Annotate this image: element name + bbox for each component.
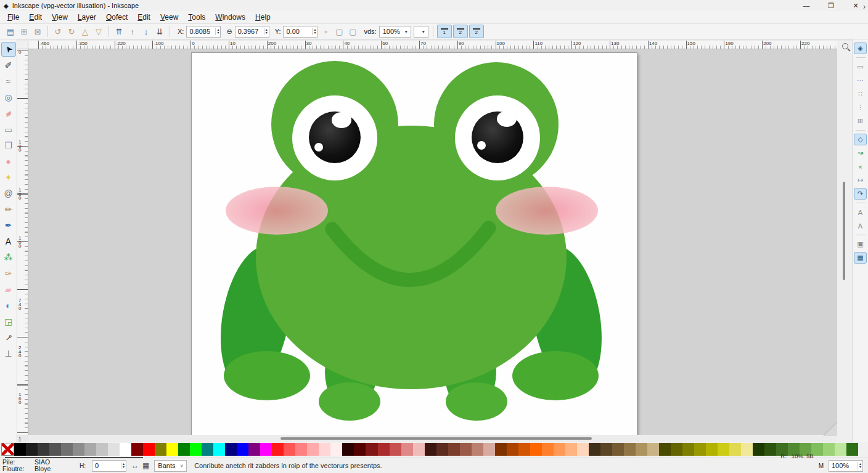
- menu-edit[interactable]: Edit: [24, 12, 47, 22]
- fill-stroke-indicator[interactable]: Pile: SIAO Fioutre: Bloye: [2, 459, 72, 472]
- connector-tool[interactable]: ⊥: [1, 346, 16, 361]
- rotate-ccw-button[interactable]: ↺: [51, 25, 65, 38]
- palette-swatch[interactable]: [612, 443, 624, 456]
- palette-swatch[interactable]: [647, 443, 659, 456]
- palette-swatch[interactable]: [483, 443, 495, 456]
- snap-page-border-button[interactable]: ▣: [854, 238, 867, 250]
- tweak-tool[interactable]: ≈: [1, 74, 16, 89]
- raise-button[interactable]: ↑: [126, 25, 139, 38]
- palette-swatch[interactable]: [284, 443, 295, 456]
- palette-swatch[interactable]: [178, 443, 190, 456]
- palette-swatch[interactable]: [295, 443, 307, 456]
- palette-swatch[interactable]: [589, 443, 600, 456]
- snap-bbox-corners-button[interactable]: ∷: [854, 88, 867, 100]
- palette-swatch[interactable]: [542, 443, 554, 456]
- palette-swatch[interactable]: [108, 443, 120, 456]
- snap-cusp-nodes-button[interactable]: ↦: [854, 174, 867, 186]
- palette-swatch[interactable]: [307, 443, 319, 456]
- menu-file[interactable]: File: [2, 12, 24, 22]
- dropper-tool[interactable]: ⊸: [1, 330, 16, 345]
- y-coordinate-spinbox[interactable]: 0.00▴▾: [283, 26, 317, 38]
- palette-swatch[interactable]: [342, 443, 354, 456]
- menu-layer[interactable]: Layer: [73, 12, 101, 22]
- snap-bbox-edges-button[interactable]: ⋯: [854, 75, 867, 86]
- menu-veew[interactable]: Veew: [155, 12, 183, 22]
- eraser-tool[interactable]: ▰: [1, 282, 16, 297]
- spiral-tool[interactable]: @: [1, 186, 16, 201]
- palette-swatch[interactable]: [671, 443, 682, 456]
- palette-swatch[interactable]: [554, 443, 565, 456]
- palette-swatch[interactable]: [706, 443, 718, 456]
- width-spinbox[interactable]: 0.3967▴▾: [235, 26, 269, 38]
- palette-swatch[interactable]: [1, 443, 14, 456]
- scale-stroke-toggle[interactable]: 1: [437, 25, 452, 38]
- palette-swatch[interactable]: [155, 443, 166, 456]
- spin-arrows-icon[interactable]: ▴▾: [215, 28, 220, 35]
- snap-nodes-button[interactable]: ◇: [854, 134, 867, 145]
- frog-foot-center-right-shape[interactable]: [446, 382, 507, 421]
- palette-swatch[interactable]: [272, 443, 284, 456]
- menu-view[interactable]: View: [47, 12, 73, 22]
- snap-bbox-button[interactable]: ▭: [854, 61, 867, 73]
- spin-arrows-icon[interactable]: ▴▾: [264, 28, 269, 35]
- canvas-page[interactable]: [191, 52, 637, 435]
- palette-swatch[interactable]: [213, 443, 225, 456]
- lock-ratio-button[interactable]: ▫: [319, 25, 332, 38]
- ellipse-tool[interactable]: ●: [1, 154, 16, 169]
- star-tool[interactable]: ✦: [1, 170, 16, 185]
- palette-swatch[interactable]: [565, 443, 577, 456]
- palette-swatch[interactable]: [366, 443, 377, 456]
- snap-grid-button[interactable]: ▦: [854, 252, 867, 264]
- palette-swatch[interactable]: [729, 443, 741, 456]
- layer-dropdown[interactable]: Bants ˅: [154, 460, 187, 472]
- rotate-cw-button[interactable]: ↻: [65, 25, 78, 38]
- palette-swatch[interactable]: [61, 443, 73, 456]
- scale-corners-toggle[interactable]: 2: [453, 25, 468, 38]
- palette-swatch[interactable]: [448, 443, 460, 456]
- frog-foot-center-left-shape[interactable]: [319, 382, 380, 421]
- x-coordinate-spinbox[interactable]: 0.8085▴▾: [186, 26, 221, 38]
- frog-foot-left-shape[interactable]: [224, 351, 310, 400]
- palette-swatch[interactable]: [73, 443, 84, 456]
- palette-swatch[interactable]: [682, 443, 694, 456]
- palette-swatch[interactable]: [49, 443, 61, 456]
- frog-foot-right-shape[interactable]: [512, 351, 599, 400]
- palette-swatch[interactable]: [354, 443, 366, 456]
- palette-swatch[interactable]: [143, 443, 155, 456]
- palette-swatch[interactable]: [741, 443, 753, 456]
- vertical-scrollbar-thumb[interactable]: [843, 182, 845, 280]
- palette-swatch[interactable]: [190, 443, 202, 456]
- palette-swatch[interactable]: [846, 443, 858, 456]
- rectangle-tool[interactable]: ▭: [1, 122, 16, 137]
- palette-swatch[interactable]: [319, 443, 330, 456]
- snap-smooth-nodes-button[interactable]: ↷: [854, 188, 867, 200]
- palette-swatch[interactable]: [14, 443, 26, 456]
- layer-lock-icon[interactable]: ▦: [142, 461, 149, 470]
- pencil-tool[interactable]: ✏: [1, 202, 16, 217]
- minimize-button[interactable]: —: [794, 2, 819, 10]
- palette-swatch[interactable]: [753, 443, 764, 456]
- paint-bucket-tool[interactable]: ◲: [1, 314, 16, 329]
- palette-swatch[interactable]: [636, 443, 647, 456]
- palette-swatch[interactable]: [764, 443, 776, 456]
- spin-arrows-icon[interactable]: ▴▾: [858, 462, 862, 469]
- palette-swatch[interactable]: [166, 443, 178, 456]
- snap-text-anchor-button[interactable]: A: [854, 220, 867, 232]
- palette-swatch[interactable]: [694, 443, 706, 456]
- zoom-tool[interactable]: ◎: [1, 90, 16, 105]
- text-tool[interactable]: A: [1, 234, 16, 249]
- snap-bbox-midpoints-button[interactable]: ⋮: [854, 102, 867, 113]
- palette-swatch[interactable]: [390, 443, 401, 456]
- vertical-scrollbar[interactable]: [837, 41, 852, 442]
- scale-gradients-toggle[interactable]: 2: [469, 25, 484, 38]
- palette-swatch[interactable]: [378, 443, 390, 456]
- spin-arrows-icon[interactable]: ▴▾: [312, 28, 317, 35]
- palette-swatch[interactable]: [425, 443, 436, 456]
- selector-tool[interactable]: ➤: [1, 42, 16, 57]
- palette-swatch[interactable]: [401, 443, 413, 456]
- palette-swatch[interactable]: [413, 443, 425, 456]
- palette-swatch[interactable]: [507, 443, 518, 456]
- palette-swatch[interactable]: [202, 443, 213, 456]
- palette-swatch[interactable]: [38, 443, 49, 456]
- palette-swatch[interactable]: [472, 443, 483, 456]
